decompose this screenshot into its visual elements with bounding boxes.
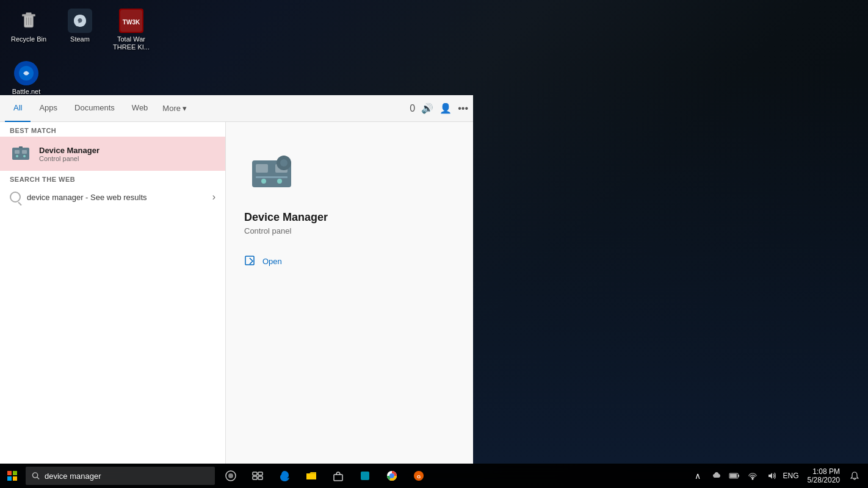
open-action-label: Open [262,257,282,266]
person-icon[interactable]: 👤 [439,102,452,114]
result-device-manager-subtitle: Control panel [39,155,215,162]
svg-point-33 [23,155,26,157]
tab-all[interactable]: All [5,95,31,122]
svg-rect-61 [334,475,342,481]
svg-point-40 [277,179,282,184]
chevron-down-icon: ▾ [183,104,187,113]
detail-subtitle: Control panel [244,226,291,235]
tab-web[interactable]: Web [123,95,157,122]
taskbar-game-app[interactable]: G [405,464,432,488]
taskbar-search-input[interactable] [45,472,209,481]
svg-point-52 [32,473,37,478]
tab-count: 0 [410,103,415,114]
svg-rect-48 [7,471,12,475]
results-panel: Best match Device Ma [0,122,226,464]
open-icon [244,255,256,267]
desktop-background [441,67,868,464]
tab-apps[interactable]: Apps [31,95,66,122]
battlenet-desktop-icon[interactable]: Battle.net [2,57,50,99]
svg-rect-30 [15,150,20,154]
svg-rect-45 [277,162,280,164]
tray-eng-label[interactable]: ENG [781,464,801,488]
svg-rect-51 [13,476,17,481]
svg-rect-60 [306,474,316,479]
svg-rect-70 [738,475,739,477]
tray-show-hidden[interactable]: ∧ [689,464,706,488]
clock-date: 5/28/2020 [808,476,840,484]
steam-icon[interactable]: Steam [56,5,104,55]
detail-title: Device Manager [244,211,328,224]
svg-rect-46 [288,162,291,164]
detail-device-manager-icon [244,146,299,201]
taskbar-chrome-app[interactable] [378,464,405,488]
web-result-item[interactable]: device manager - See web results › [0,185,225,209]
svg-point-42 [280,159,288,167]
speaker-icon[interactable]: 🔊 [421,102,433,114]
svg-rect-43 [283,156,285,159]
arrow-right-icon: › [212,192,215,203]
steam-label: Steam [70,35,90,43]
svg-point-65 [390,474,394,478]
svg-rect-58 [253,476,257,479]
result-device-manager[interactable]: Device Manager Control panel [0,137,225,171]
search-content: Best match Device Ma [0,122,473,464]
svg-rect-57 [258,472,262,475]
result-device-manager-title: Device Manager [39,146,215,155]
svg-rect-44 [283,167,285,170]
svg-point-71 [751,478,753,480]
tray-notification-icon[interactable] [846,464,863,488]
svg-point-32 [16,155,18,157]
web-result-text: device manager - See web results [27,193,206,202]
more-options-icon[interactable]: ••• [458,103,468,114]
svg-text:G: G [417,474,421,479]
taskbar-explorer[interactable] [298,464,325,488]
svg-point-39 [261,179,266,184]
svg-rect-38 [256,176,288,178]
tray-cloud-icon[interactable] [707,464,725,488]
total-war-icon[interactable]: TW3K Total War THREE KI... [107,5,155,55]
tab-more[interactable]: More ▾ [156,99,193,118]
taskbar: G ∧ ENG 1:08 PM 5/28/2020 [0,464,868,488]
svg-text:TW3K: TW3K [123,19,140,26]
web-search-icon [10,192,21,203]
tray-volume-icon[interactable] [762,464,779,488]
svg-rect-29 [12,148,29,160]
svg-rect-2 [26,13,32,15]
taskbar-app6[interactable] [352,464,378,488]
tray-network-icon[interactable] [744,464,761,488]
result-device-manager-text: Device Manager Control panel [39,146,215,162]
desktop-icon-area: Recycle Bin Steam TW3K [0,0,161,60]
taskbar-store[interactable] [325,464,352,488]
start-button[interactable] [0,464,24,488]
tab-right-icons: 0 🔊 👤 ••• [410,102,468,114]
best-match-label: Best match [0,122,225,137]
taskbar-tray: ∧ ENG 1:08 PM 5/28/2020 [689,464,868,488]
taskbar-search-box[interactable] [26,467,215,485]
tab-documents[interactable]: Documents [66,95,123,122]
svg-rect-59 [258,476,262,479]
clock-area[interactable]: 1:08 PM 5/28/2020 [803,467,845,484]
recycle-bin-icon[interactable]: Recycle Bin [5,5,52,55]
detail-open-action[interactable]: Open [244,250,455,272]
detail-panel: Device Manager Control panel Open [226,122,473,464]
svg-rect-50 [7,476,12,481]
svg-rect-62 [361,472,369,480]
svg-rect-34 [19,146,23,148]
taskbar-edge[interactable] [271,464,298,488]
svg-rect-69 [730,474,737,478]
svg-rect-36 [256,164,268,173]
desktop: Recycle Bin Steam TW3K [0,0,868,488]
svg-rect-31 [22,150,27,154]
taskbar-task-view[interactable] [244,464,271,488]
total-war-label: Total War THREE KI... [111,35,151,51]
svg-line-53 [37,477,39,479]
search-panel: All Apps Documents Web More ▾ 0 🔊 👤 ••• [0,95,473,464]
tray-battery-icon[interactable] [726,464,743,488]
device-manager-result-icon [10,143,32,165]
svg-point-55 [228,473,233,478]
taskbar-cortana[interactable] [217,464,244,488]
recycle-bin-label: Recycle Bin [11,35,46,43]
taskbar-apps: G [217,464,432,488]
search-tab-bar: All Apps Documents Web More ▾ 0 🔊 👤 ••• [0,95,473,122]
taskbar-search-icon [32,472,40,480]
